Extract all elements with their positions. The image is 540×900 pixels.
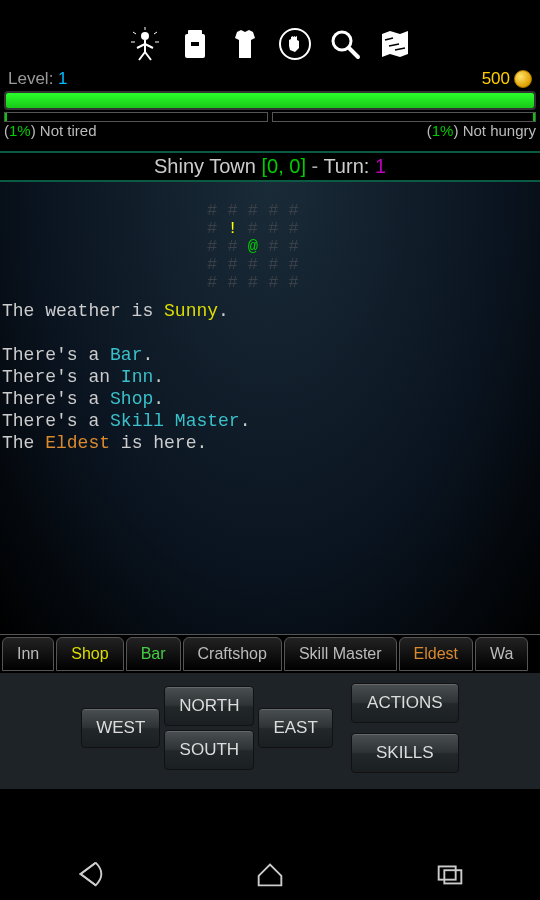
- north-button[interactable]: NORTH: [164, 686, 254, 726]
- west-button[interactable]: WEST: [81, 708, 160, 748]
- svg-rect-7: [188, 30, 202, 36]
- hp-fill: [6, 93, 534, 108]
- location-tabs: InnShopBarCraftshopSkill MasterEldestWa: [0, 634, 540, 673]
- level-value: 1: [58, 69, 67, 88]
- tab-craftshop[interactable]: Craftshop: [183, 637, 282, 671]
- gold-display: 500: [482, 69, 532, 89]
- svg-line-2: [133, 32, 136, 34]
- skills-button[interactable]: SKILLS: [351, 733, 459, 773]
- hungry-bar: [272, 112, 536, 122]
- tab-inn[interactable]: Inn: [2, 637, 54, 671]
- svg-point-0: [141, 32, 149, 40]
- tab-shop[interactable]: Shop: [56, 637, 123, 671]
- south-button[interactable]: SOUTH: [164, 730, 254, 770]
- hungry-pct: 1%: [432, 122, 454, 139]
- back-icon[interactable]: [73, 857, 107, 895]
- main-area: # # # # # # ! # # # # # @ # # # # # # # …: [0, 182, 540, 634]
- search-icon[interactable]: [327, 26, 363, 66]
- button-area: WEST NORTH SOUTH EAST ACTIONS SKILLS: [0, 673, 540, 789]
- tired-pct: 1%: [9, 122, 31, 139]
- home-icon[interactable]: [253, 857, 287, 895]
- hand-icon[interactable]: [277, 26, 313, 66]
- gold-value: 500: [482, 69, 510, 89]
- svg-rect-12: [439, 866, 456, 879]
- android-status-bar: [0, 0, 540, 24]
- ascii-map: # # # # # # ! # # # # # @ # # # # # # # …: [0, 182, 540, 292]
- tired-bar: [4, 112, 268, 122]
- svg-rect-13: [444, 870, 461, 883]
- tired-label: Not tired: [40, 122, 97, 139]
- coords: [0, 0]: [261, 155, 305, 177]
- tab-skill-master[interactable]: Skill Master: [284, 637, 397, 671]
- level-label: Level:: [8, 69, 53, 88]
- east-button[interactable]: EAST: [258, 708, 332, 748]
- town-name: Shiny Town: [154, 155, 256, 177]
- recent-icon[interactable]: [433, 857, 467, 895]
- map-icon[interactable]: [377, 26, 413, 66]
- android-nav-bar: [0, 852, 540, 900]
- tab-wa[interactable]: Wa: [475, 637, 528, 671]
- hp-bar: [4, 91, 536, 110]
- tab-eldest[interactable]: Eldest: [399, 637, 473, 671]
- actions-button[interactable]: ACTIONS: [351, 683, 459, 723]
- svg-line-11: [349, 48, 358, 57]
- description-block: The weather is Sunny. There's a Bar. The…: [0, 292, 540, 454]
- status-labels: (1%) Not tired (1%) Not hungry: [0, 122, 540, 139]
- inventory-icon[interactable]: [177, 26, 213, 66]
- turn-value: 1: [375, 155, 386, 177]
- svg-line-3: [154, 32, 157, 34]
- armor-icon[interactable]: [227, 26, 263, 66]
- hungry-label: Not hungry: [463, 122, 536, 139]
- tab-bar[interactable]: Bar: [126, 637, 181, 671]
- direction-cluster: WEST NORTH SOUTH EAST: [81, 683, 333, 773]
- top-icon-bar: [0, 24, 540, 68]
- turn-label: Turn:: [323, 155, 369, 177]
- character-icon[interactable]: [127, 26, 163, 66]
- location-title: Shiny Town [0, 0] - Turn: 1: [0, 151, 540, 182]
- coin-icon: [514, 70, 532, 88]
- info-row: Level: 1 500: [0, 68, 540, 89]
- svg-rect-8: [191, 42, 199, 46]
